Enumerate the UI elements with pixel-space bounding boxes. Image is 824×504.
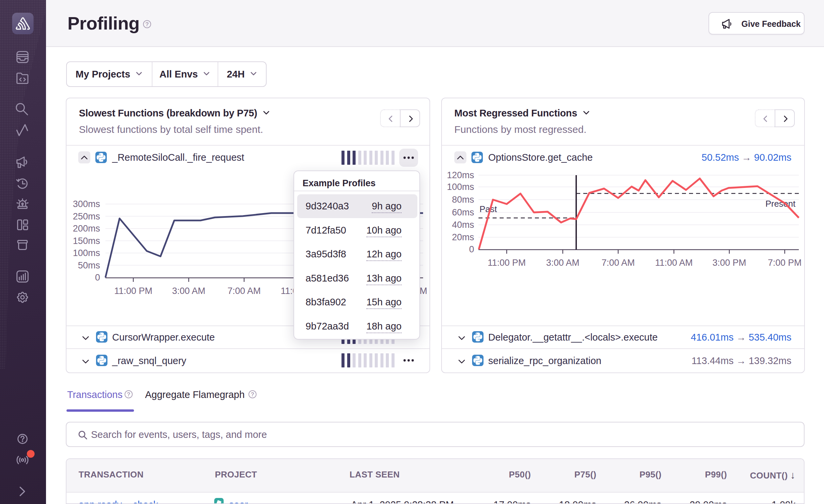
svg-text:3:00 AM: 3:00 AM [172,286,205,296]
svg-text:7:00 AM: 7:00 AM [227,286,261,296]
svg-text:3:00 PM: 3:00 PM [713,258,746,268]
svg-text:150ms: 150ms [73,236,100,246]
svg-text:100ms: 100ms [447,182,474,192]
svg-text:11:00 AM: 11:00 AM [655,258,693,268]
svg-text:3:00 AM: 3:00 AM [546,258,579,268]
svg-text:0: 0 [469,244,474,254]
svg-text:7:00 PM: 7:00 PM [768,258,802,268]
svg-text:80ms: 80ms [452,195,474,205]
svg-text:120ms: 120ms [447,170,474,180]
svg-text:200ms: 200ms [73,223,100,234]
svg-text:100ms: 100ms [73,248,100,258]
svg-text:300ms: 300ms [73,199,100,209]
svg-text:0: 0 [95,272,100,283]
svg-text:250ms: 250ms [73,211,100,221]
svg-text:60ms: 60ms [452,207,474,217]
svg-text:11:00 PM: 11:00 PM [488,258,526,268]
svg-text:40ms: 40ms [452,220,474,230]
svg-text:7:00 AM: 7:00 AM [601,258,635,268]
svg-text:50ms: 50ms [78,260,100,270]
svg-text:11:00 PM: 11:00 PM [114,286,152,296]
svg-text:20ms: 20ms [452,232,474,242]
